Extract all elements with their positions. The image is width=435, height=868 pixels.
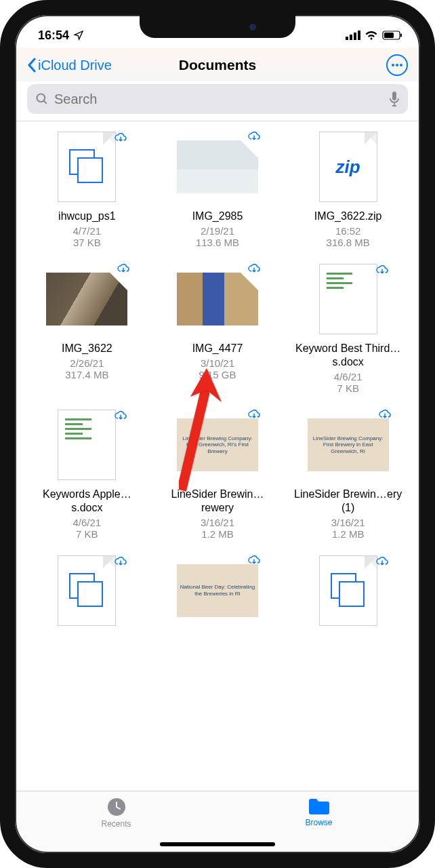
search-icon <box>35 92 49 106</box>
image-thumbnail <box>46 273 127 326</box>
image-thumbnail <box>177 140 258 193</box>
cloud-download-icon <box>375 556 389 570</box>
cloud-download-icon <box>247 263 261 277</box>
clock-icon <box>106 797 127 817</box>
image-thumbnail: LineSider Brewing Company: First Brewery… <box>308 418 389 471</box>
document-copy-icon <box>331 573 366 608</box>
nav-bar: iCloud Drive Documents <box>15 47 420 81</box>
search-bar[interactable] <box>27 84 408 114</box>
zip-icon: zip <box>336 157 360 178</box>
file-grid: ihwcup_ps1 4/7/21 37 KB IMG_2985 2/19/21… <box>15 121 420 791</box>
svg-rect-2 <box>354 33 356 40</box>
file-item[interactable]: zip IMG_3622.zip 16:52 316.8 MB <box>285 130 411 248</box>
file-item[interactable]: IMG_2985 2/19/21 113.6 MB <box>155 130 281 248</box>
file-item[interactable] <box>285 553 411 633</box>
file-size: 1.2 MB <box>332 528 365 540</box>
file-name: LineSider Brewin…ery (1) <box>294 488 402 515</box>
file-item[interactable]: National Beer Day: Celebrating the Brewe… <box>155 553 281 633</box>
battery-icon <box>382 31 402 40</box>
file-name: Keyword Best Third…s.docx <box>294 342 402 369</box>
file-date: 3/16/21 <box>201 517 234 528</box>
file-name: IMG_3622 <box>62 342 112 355</box>
file-size: 317.4 MB <box>65 369 108 380</box>
document-thumbnail <box>319 264 377 334</box>
file-size: 1.2 MB <box>201 528 234 540</box>
file-date: 4/7/21 <box>72 225 101 237</box>
tab-label: Browse <box>305 818 332 827</box>
cloud-download-icon <box>117 263 130 277</box>
ellipsis-icon <box>391 63 403 67</box>
svg-rect-12 <box>392 92 396 100</box>
back-label: iCloud Drive <box>38 58 112 73</box>
tab-label: Recents <box>101 819 131 829</box>
image-thumbnail <box>177 273 258 326</box>
file-date: 3/16/21 <box>331 517 365 528</box>
document-thumbnail <box>58 410 116 480</box>
svg-rect-6 <box>400 34 402 37</box>
cloud-download-icon <box>247 131 261 144</box>
file-item[interactable]: LineSider Brewing Company: First Brewery… <box>285 408 411 540</box>
more-button[interactable] <box>386 54 408 76</box>
cloud-download-icon <box>375 264 389 278</box>
file-name: IMG_3622.zip <box>314 210 382 223</box>
wifi-icon <box>365 31 378 40</box>
file-size: 316.8 MB <box>327 237 370 248</box>
file-date: 4/6/21 <box>334 371 362 382</box>
svg-rect-5 <box>384 33 394 38</box>
file-date: 3/10/21 <box>201 357 234 369</box>
file-size: 37 KB <box>73 237 101 248</box>
document-copy-icon <box>69 573 104 608</box>
file-item[interactable]: IMG_4477 3/10/21 9.15 GB <box>155 262 281 394</box>
file-size: 7 KB <box>337 382 359 394</box>
image-thumbnail: LineSider Brewing Company: East Greenwic… <box>177 418 258 471</box>
status-time: 16:54 <box>38 28 69 43</box>
svg-rect-3 <box>358 31 360 40</box>
svg-point-10 <box>37 94 45 102</box>
file-item[interactable]: IMG_3622 2/26/21 317.4 MB <box>24 262 150 394</box>
file-date: 2/26/21 <box>70 357 104 369</box>
file-item[interactable]: Keywords Apple…s.docx 4/6/21 7 KB <box>24 408 150 540</box>
cloud-download-icon <box>378 409 392 422</box>
file-item[interactable]: LineSider Brewing Company: East Greenwic… <box>155 408 281 540</box>
cellular-icon <box>346 31 360 40</box>
file-name: LineSider Brewin…rewery <box>163 488 272 515</box>
file-item[interactable]: ihwcup_ps1 4/7/21 37 KB <box>24 130 150 248</box>
file-date: 4/6/21 <box>72 517 101 528</box>
file-size: 7 KB <box>76 528 98 540</box>
file-item[interactable] <box>24 553 150 633</box>
file-name: IMG_4477 <box>192 342 243 355</box>
cloud-download-icon <box>114 132 127 146</box>
svg-rect-0 <box>346 37 348 40</box>
document-copy-icon <box>69 149 104 184</box>
mic-icon[interactable] <box>389 92 400 106</box>
chevron-left-icon <box>27 58 37 73</box>
file-name: Keywords Apple…s.docx <box>33 488 141 515</box>
image-thumbnail: National Beer Day: Celebrating the Brewe… <box>177 564 258 617</box>
file-name: IMG_2985 <box>192 210 243 223</box>
back-button[interactable]: iCloud Drive <box>27 58 112 73</box>
cloud-download-icon <box>247 409 261 422</box>
file-date: 16:52 <box>335 225 361 237</box>
search-input[interactable] <box>54 92 384 107</box>
cloud-download-icon <box>247 555 261 568</box>
svg-rect-1 <box>350 35 352 40</box>
home-indicator[interactable] <box>160 842 275 846</box>
svg-point-9 <box>400 64 402 66</box>
file-size: 9.15 GB <box>199 369 236 380</box>
svg-line-11 <box>44 101 47 104</box>
folder-icon <box>308 797 331 816</box>
file-date: 2/19/21 <box>201 225 234 237</box>
svg-point-8 <box>396 64 398 66</box>
file-size: 113.6 MB <box>196 237 239 248</box>
cloud-download-icon <box>114 410 127 424</box>
file-name: ihwcup_ps1 <box>58 210 116 223</box>
cloud-download-icon <box>114 556 127 570</box>
file-item[interactable]: Keyword Best Third…s.docx 4/6/21 7 KB <box>285 262 411 394</box>
svg-point-7 <box>392 64 394 66</box>
location-icon <box>73 30 84 41</box>
